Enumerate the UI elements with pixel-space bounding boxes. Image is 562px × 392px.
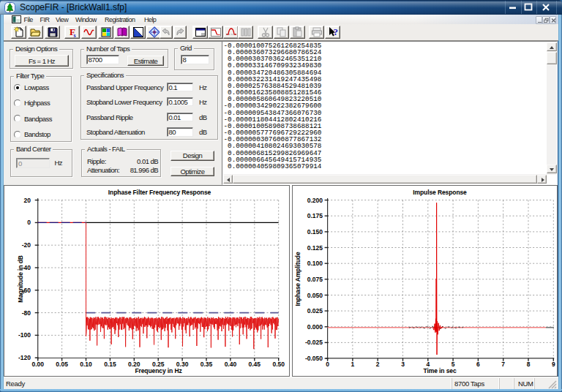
svg-text:0.15: 0.15 [104,361,116,368]
svg-text:7: 7 [501,361,505,368]
svg-text:0.175: 0.175 [307,212,323,219]
svg-text:0.000: 0.000 [307,323,323,331]
svg-text:-100: -100 [18,331,31,339]
svg-text:0.075: 0.075 [307,276,323,283]
svg-text:3: 3 [401,361,405,368]
svg-text:0.125: 0.125 [307,244,323,252]
svg-text:0.05: 0.05 [56,361,68,368]
svg-text:-0.025: -0.025 [305,339,323,346]
svg-text:Inphase Amplitude: Inphase Amplitude [294,252,301,306]
svg-text:1: 1 [351,361,355,368]
svg-text:Impulse Response: Impulse Response [413,189,467,196]
svg-text:0.050: 0.050 [307,292,323,299]
svg-text:0.200: 0.200 [307,197,323,204]
svg-text:2: 2 [376,361,380,368]
svg-text:8: 8 [527,361,531,368]
svg-text:0.00: 0.00 [31,361,44,368]
svg-text:0.45: 0.45 [249,361,261,368]
svg-text:0.025: 0.025 [307,307,323,314]
svg-text:0.35: 0.35 [201,361,213,368]
svg-text:0.10: 0.10 [80,361,92,368]
svg-text:9: 9 [552,361,555,368]
svg-text:6: 6 [476,361,480,368]
svg-text:-20: -20 [22,241,31,249]
svg-text:-120: -120 [18,354,31,361]
svg-text:0.40: 0.40 [225,361,237,368]
svg-text:Frequency in Hz: Frequency in Hz [135,367,181,374]
svg-text:0.50: 0.50 [272,361,285,368]
svg-text:0: 0 [27,219,31,226]
svg-text:Inphase Filter Frequency Respo: Inphase Filter Frequency Response [108,189,211,196]
svg-text:0.100: 0.100 [307,260,323,267]
svg-text:Time in sec: Time in sec [423,367,456,374]
svg-text:0.150: 0.150 [307,228,323,235]
svg-text:0: 0 [326,361,329,368]
svg-text:-0.050: -0.050 [305,355,323,362]
svg-text:20: 20 [24,197,31,204]
svg-text:-80: -80 [22,309,31,317]
svg-text:Magnitude in dB: Magnitude in dB [17,255,24,303]
